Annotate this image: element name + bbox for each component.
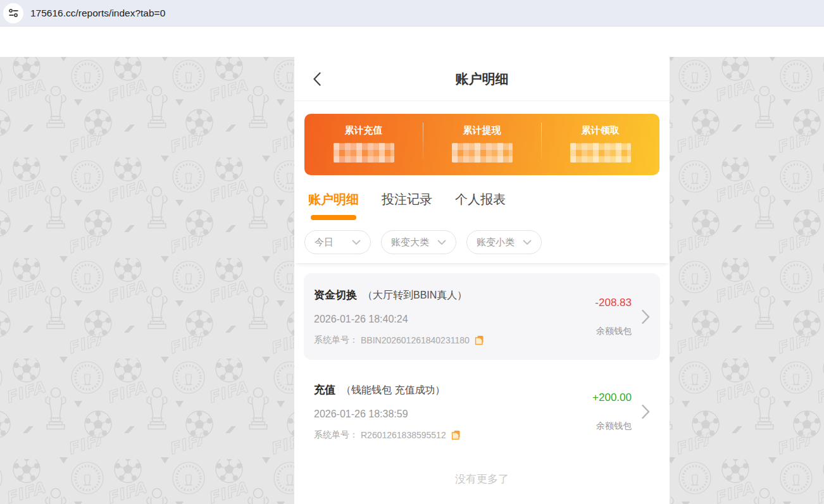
chevron-right-icon (642, 404, 650, 419)
filter-label: 账变小类 (477, 237, 515, 249)
transaction-info: 充值 （钱能钱包 充值成功） 2026-01-26 18:38:59 系统单号：… (314, 383, 461, 441)
url-text[interactable]: 175616.cc/reports/index?tab=0 (30, 8, 165, 19)
tab-label: 个人报表 (455, 191, 506, 208)
transaction-row[interactable]: 资金切换 （大厅转到BBIN真人） 2026-01-26 18:40:24 系统… (304, 273, 660, 360)
transaction-amount: +200.00 (592, 391, 632, 404)
filter-label: 今日 (315, 237, 334, 249)
transaction-type: 充值 (314, 383, 335, 397)
site-settings-button[interactable] (3, 3, 23, 23)
summary-label: 累计领取 (541, 125, 659, 137)
order-number: BBIN202601261840231180 (361, 335, 470, 345)
chevron-down-icon (437, 240, 446, 245)
summary-total-deposit: 累计充值 (304, 114, 423, 175)
page-top-strip (0, 27, 824, 57)
copy-icon (451, 430, 461, 440)
tab-bar: 账户明细 投注记录 个人报表 (294, 175, 670, 220)
order-number-label: 系统单号： (314, 335, 358, 346)
account-detail-panel: 账户明细 累计充值 累计提现 累计领取 账户明细 (294, 57, 670, 504)
transaction-row[interactable]: 充值 （钱能钱包 充值成功） 2026-01-26 18:38:59 系统单号：… (304, 368, 660, 455)
tabs-filters-block: 账户明细 投注记录 个人报表 今日 (294, 175, 670, 263)
filter-minor-type-dropdown[interactable]: 账变小类 (466, 230, 542, 254)
summary-label: 累计充值 (304, 125, 423, 137)
order-number: R2601261838595512 (361, 430, 446, 440)
chevron-left-icon (313, 72, 321, 86)
censored-value (570, 143, 631, 163)
transaction-subtitle: （钱能钱包 充值成功） (341, 384, 445, 397)
transaction-datetime: 2026-01-26 18:40:24 (314, 314, 484, 325)
back-button[interactable] (313, 72, 321, 89)
chevron-down-icon (523, 240, 532, 245)
tab-bet-records[interactable]: 投注记录 (382, 191, 432, 220)
filter-date-dropdown[interactable]: 今日 (304, 230, 371, 254)
copy-button[interactable] (475, 335, 484, 345)
copy-button[interactable] (451, 430, 461, 440)
tune-icon (8, 8, 19, 18)
censored-value (452, 143, 513, 163)
summary-total-withdraw: 累计提现 (423, 114, 541, 175)
censored-value (334, 143, 394, 163)
page-background: FIFA (0, 57, 824, 504)
chevron-right-icon (642, 309, 650, 324)
summary-card: 累计充值 累计提现 累计领取 (304, 114, 659, 175)
transaction-type: 资金切换 (314, 288, 357, 302)
tab-account-detail[interactable]: 账户明细 (308, 191, 359, 220)
order-number-label: 系统单号： (314, 429, 358, 441)
page-title: 账户明细 (294, 57, 670, 101)
transaction-wallet: 余额钱包 (596, 326, 632, 337)
panel-header: 账户明细 (294, 57, 670, 101)
filter-major-type-dropdown[interactable]: 账变大类 (381, 230, 456, 254)
copy-icon (475, 335, 484, 345)
no-more-text: 没有更多了 (304, 455, 660, 493)
transaction-list: 资金切换 （大厅转到BBIN真人） 2026-01-26 18:40:24 系统… (294, 263, 670, 493)
transaction-datetime: 2026-01-26 18:38:59 (314, 409, 461, 420)
summary-total-claim: 累计领取 (541, 114, 659, 175)
divider (541, 123, 542, 159)
divider (423, 123, 423, 159)
tab-label: 投注记录 (382, 191, 432, 208)
chevron-down-icon (352, 240, 361, 245)
transaction-amount: -208.83 (595, 297, 632, 309)
summary-label: 累计提现 (423, 125, 541, 137)
browser-address-bar[interactable]: 175616.cc/reports/index?tab=0 (0, 0, 824, 27)
transaction-wallet: 余额钱包 (596, 421, 632, 432)
transaction-subtitle: （大厅转到BBIN真人） (363, 289, 467, 302)
filter-bar: 今日 账变大类 账变小类 (294, 220, 670, 263)
tab-personal-report[interactable]: 个人报表 (455, 191, 506, 220)
transaction-info: 资金切换 （大厅转到BBIN真人） 2026-01-26 18:40:24 系统… (314, 288, 484, 346)
active-tab-underline (311, 215, 356, 220)
tab-label: 账户明细 (308, 191, 359, 208)
filter-label: 账变大类 (391, 237, 429, 249)
